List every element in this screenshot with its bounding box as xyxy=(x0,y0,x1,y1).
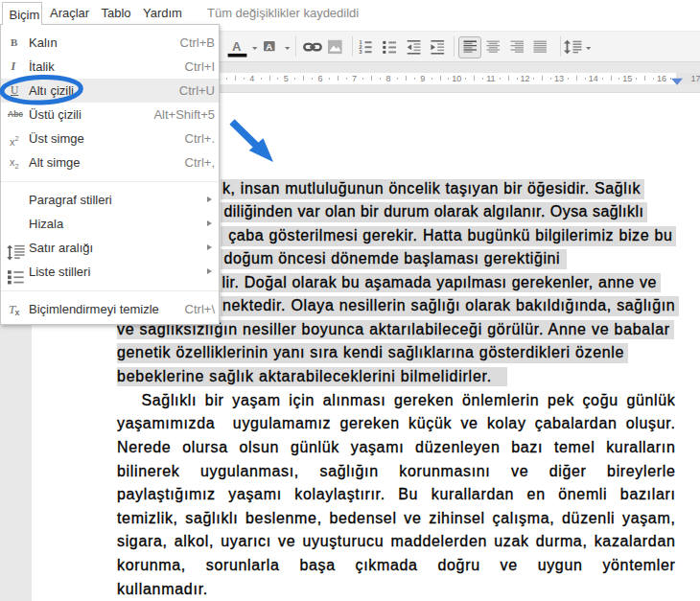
svg-text:3: 3 xyxy=(360,49,362,55)
svg-text:A: A xyxy=(266,41,272,52)
svg-text:A: A xyxy=(232,39,242,54)
